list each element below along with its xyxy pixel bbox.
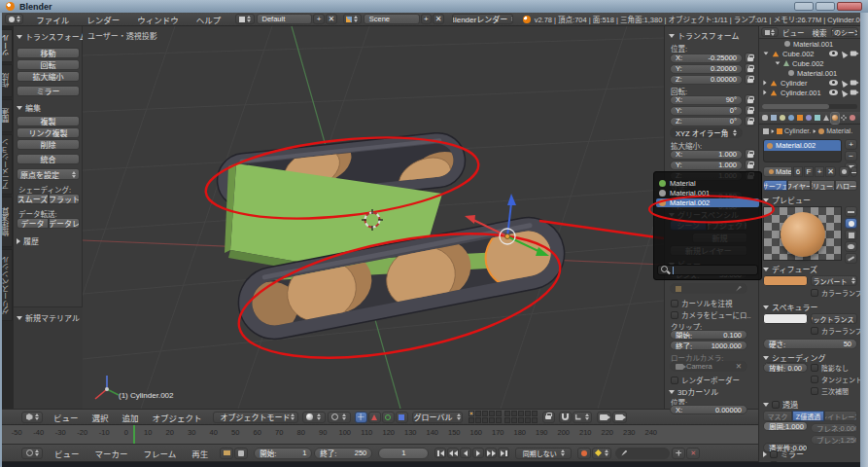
fresnel-field[interactable]: フレネ:0.000 — [811, 423, 857, 433]
transp-raytrace-button[interactable]: レイトレース — [824, 411, 857, 421]
outliner-scope-select[interactable]: 全てのシーン — [831, 27, 859, 37]
screen-layout-field[interactable]: Default — [257, 14, 313, 24]
visibility-eye-icon[interactable] — [829, 80, 838, 86]
delete-button[interactable]: 削除 — [17, 139, 80, 150]
diffuse-color-swatch[interactable] — [763, 275, 808, 286]
expand-icon[interactable] — [776, 61, 781, 64]
transparency-checkbox[interactable] — [772, 401, 780, 409]
hardness-field[interactable]: 硬さ:50 — [763, 339, 857, 349]
layout-delete-button[interactable]: ✕ — [326, 14, 337, 24]
popup-search-input[interactable] — [673, 267, 768, 274]
visibility-eye-icon[interactable] — [829, 51, 838, 56]
loc-z-field[interactable]: Z:0.00000 — [670, 75, 743, 85]
pivot-point-button[interactable] — [328, 412, 351, 423]
tab-object-data-icon[interactable] — [822, 113, 830, 124]
rot-y-field[interactable]: Y:0° — [670, 106, 743, 116]
outliner-search-menu[interactable]: 検索 — [809, 25, 831, 39]
collapsed-icon[interactable] — [763, 90, 766, 95]
auto-keyframe-button[interactable] — [577, 448, 591, 459]
render-engine-select[interactable]: Blenderレンダー — [452, 14, 513, 24]
lock-icon[interactable] — [745, 160, 755, 170]
screen-layout-icon-button[interactable] — [235, 14, 254, 24]
specular-panel-header[interactable]: スペキュラー — [763, 302, 817, 312]
blend-field[interactable]: ブレン:1.250 — [811, 435, 857, 445]
render-opengl-anim-button[interactable] — [612, 412, 627, 423]
timeline-playback-menu[interactable]: 再生 — [184, 447, 216, 460]
preview-sphere-button[interactable] — [845, 218, 857, 229]
jump-to-end-button[interactable] — [498, 448, 509, 458]
breadcrumb-material[interactable]: Material. — [826, 127, 852, 134]
tab-constraints-icon[interactable] — [805, 113, 813, 124]
sync-mode-select[interactable]: 同期しない — [515, 448, 572, 459]
preview-cube-button[interactable] — [845, 230, 857, 240]
tab-render-layers-icon[interactable] — [770, 113, 778, 124]
specular-color-swatch[interactable] — [763, 313, 808, 324]
join-button[interactable]: 統合 — [17, 154, 80, 164]
clip-end-field[interactable]: 終了:1000.000 — [670, 341, 747, 350]
shadeless-checkbox[interactable] — [811, 364, 818, 372]
snap-toggle-button[interactable] — [559, 412, 572, 423]
npanel-transform-header[interactable]: トランスフォーム — [669, 30, 740, 41]
duplicate-button[interactable]: 複製 — [17, 116, 80, 126]
maximize-button[interactable] — [816, 2, 835, 11]
keying-set-field[interactable] — [615, 448, 670, 459]
jump-prev-keyframe-button[interactable] — [447, 448, 459, 458]
users-count-button[interactable]: 6 — [793, 166, 803, 177]
outliner-row-cube002[interactable]: Cube.002 — [759, 49, 860, 58]
tab-world-icon[interactable] — [787, 113, 795, 124]
insert-keyframe-button[interactable] — [672, 448, 685, 459]
breadcrumb-object[interactable]: Cylinder. — [784, 127, 811, 134]
clip-start-field[interactable]: 開始:0.100 — [670, 330, 747, 340]
editor-type-3dview-button[interactable] — [21, 412, 43, 423]
lock-icon[interactable] — [745, 53, 755, 63]
lock-icon[interactable] — [745, 74, 755, 85]
mode-select[interactable]: オブジェクトモード — [213, 412, 298, 423]
editor-type-outliner-button[interactable] — [761, 27, 779, 37]
lock-camera-checkbox[interactable] — [671, 311, 678, 319]
viewport-3d[interactable] — [83, 26, 664, 409]
editor-type-timeline-button[interactable] — [21, 448, 43, 459]
tab-texture-icon[interactable] — [840, 113, 848, 124]
lock-icon[interactable] — [745, 149, 755, 160]
slot-add-button[interactable]: + — [845, 139, 857, 150]
tab-scene-icon[interactable] — [779, 113, 786, 124]
jump-next-keyframe-button[interactable] — [485, 448, 497, 458]
layers-widget-2[interactable] — [504, 411, 538, 423]
expand-icon[interactable] — [764, 52, 769, 54]
manipulator-toggle-button[interactable] — [355, 412, 367, 423]
current-frame-field[interactable]: 1 — [378, 448, 429, 459]
minimize-button[interactable] — [794, 2, 814, 11]
use-preview-range-button[interactable] — [220, 448, 233, 459]
operator-panel-header[interactable]: 新規マテリアル — [14, 307, 83, 328]
tab-render-icon[interactable] — [761, 113, 769, 124]
preview-flat-button[interactable] — [845, 206, 857, 217]
shading-panel-header[interactable]: シェーディング — [763, 352, 825, 363]
tab-object-icon[interactable] — [796, 113, 804, 124]
lock-time-button[interactable] — [234, 448, 248, 459]
lock-icon[interactable] — [745, 63, 755, 74]
preview-monkey-button[interactable] — [845, 241, 857, 252]
shade-flat-button[interactable]: フラット — [49, 194, 80, 204]
diffuse-panel-header[interactable]: ディフューズ — [763, 264, 817, 274]
type-volume-button[interactable]: ボリューム — [811, 180, 835, 191]
renderable-camera-icon[interactable] — [851, 51, 856, 55]
breadcrumb-editor-icon[interactable] — [763, 128, 769, 134]
slot-remove-button[interactable]: − — [845, 151, 857, 162]
manipulator-scale-button[interactable] — [396, 412, 408, 423]
render-border-checkbox[interactable] — [671, 377, 678, 384]
lock-cursor-checkbox[interactable] — [671, 300, 678, 307]
diffuse-ramp-checkbox[interactable] — [811, 289, 818, 297]
type-surface-button[interactable]: サーフェ — [763, 180, 787, 191]
manipulator-rotate-button[interactable] — [382, 412, 395, 423]
layout-add-button[interactable]: + — [313, 14, 325, 24]
transparency-panel-header[interactable]: 透過 — [763, 399, 798, 410]
diffuse-shader-select[interactable]: ランバート — [811, 275, 857, 286]
scene-delete-button[interactable]: ✕ — [433, 14, 444, 24]
preview-hair-button[interactable] — [845, 253, 857, 264]
rot-x-field[interactable]: X:90° — [670, 95, 743, 105]
rotation-mode-select[interactable]: XYZ オイラー角 — [670, 127, 743, 138]
info-editor-type-button[interactable] — [5, 14, 23, 24]
tab-modifiers-icon[interactable] — [814, 113, 821, 124]
lock-icon[interactable] — [745, 94, 755, 105]
view-menu[interactable]: ビュー — [47, 411, 86, 424]
